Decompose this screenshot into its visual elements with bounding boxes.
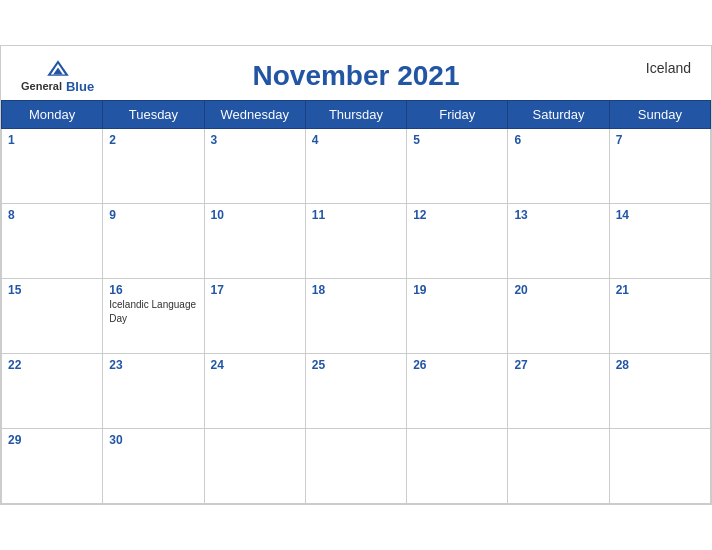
- day-number: 17: [211, 283, 299, 297]
- calendar-day-cell: [609, 429, 710, 504]
- calendar-day-cell: [305, 429, 406, 504]
- day-number: 29: [8, 433, 96, 447]
- day-number: 30: [109, 433, 197, 447]
- weekday-wednesday: Wednesday: [204, 101, 305, 129]
- day-number: 6: [514, 133, 602, 147]
- calendar-day-cell: 17: [204, 279, 305, 354]
- day-number: 8: [8, 208, 96, 222]
- calendar-day-cell: 3: [204, 129, 305, 204]
- day-number: 24: [211, 358, 299, 372]
- weekday-header-row: Monday Tuesday Wednesday Thursday Friday…: [2, 101, 711, 129]
- weekday-saturday: Saturday: [508, 101, 609, 129]
- weekday-thursday: Thursday: [305, 101, 406, 129]
- calendar-day-cell: 1: [2, 129, 103, 204]
- country-label: Iceland: [646, 60, 691, 76]
- day-number: 19: [413, 283, 501, 297]
- calendar-body: 12345678910111213141516Icelandic Languag…: [2, 129, 711, 504]
- calendar-day-cell: 10: [204, 204, 305, 279]
- day-number: 3: [211, 133, 299, 147]
- calendar-week-row: 891011121314: [2, 204, 711, 279]
- calendar-day-cell: 26: [407, 354, 508, 429]
- calendar-day-cell: 19: [407, 279, 508, 354]
- day-number: 16: [109, 283, 197, 297]
- day-number: 12: [413, 208, 501, 222]
- weekday-tuesday: Tuesday: [103, 101, 204, 129]
- day-number: 28: [616, 358, 704, 372]
- logo-blue-text: Blue: [66, 80, 94, 93]
- calendar-week-row: 1234567: [2, 129, 711, 204]
- calendar-grid: Monday Tuesday Wednesday Thursday Friday…: [1, 100, 711, 504]
- calendar-day-cell: 24: [204, 354, 305, 429]
- calendar-week-row: 22232425262728: [2, 354, 711, 429]
- day-number: 15: [8, 283, 96, 297]
- calendar-day-cell: 6: [508, 129, 609, 204]
- day-number: 21: [616, 283, 704, 297]
- calendar-day-cell: [204, 429, 305, 504]
- calendar-day-cell: 8: [2, 204, 103, 279]
- day-number: 14: [616, 208, 704, 222]
- calendar-day-cell: 29: [2, 429, 103, 504]
- calendar-day-cell: 20: [508, 279, 609, 354]
- day-number: 23: [109, 358, 197, 372]
- calendar-container: General Blue November 2021 Iceland Monda…: [0, 45, 712, 505]
- day-number: 22: [8, 358, 96, 372]
- day-number: 20: [514, 283, 602, 297]
- day-number: 26: [413, 358, 501, 372]
- calendar-day-cell: 7: [609, 129, 710, 204]
- calendar-day-cell: [407, 429, 508, 504]
- calendar-week-row: 2930: [2, 429, 711, 504]
- calendar-day-cell: 28: [609, 354, 710, 429]
- logo-general-text: General: [21, 81, 62, 92]
- day-number: 1: [8, 133, 96, 147]
- weekday-monday: Monday: [2, 101, 103, 129]
- calendar-day-cell: 13: [508, 204, 609, 279]
- day-number: 27: [514, 358, 602, 372]
- day-number: 18: [312, 283, 400, 297]
- calendar-day-cell: 4: [305, 129, 406, 204]
- calendar-day-cell: 27: [508, 354, 609, 429]
- day-number: 9: [109, 208, 197, 222]
- weekday-friday: Friday: [407, 101, 508, 129]
- calendar-day-cell: 25: [305, 354, 406, 429]
- event-text: Icelandic Language Day: [109, 299, 196, 324]
- calendar-day-cell: 2: [103, 129, 204, 204]
- day-number: 25: [312, 358, 400, 372]
- calendar-day-cell: 11: [305, 204, 406, 279]
- calendar-title: November 2021: [252, 60, 459, 92]
- day-number: 5: [413, 133, 501, 147]
- calendar-day-cell: 12: [407, 204, 508, 279]
- logo: General Blue: [21, 58, 94, 93]
- calendar-week-row: 1516Icelandic Language Day1718192021: [2, 279, 711, 354]
- day-number: 13: [514, 208, 602, 222]
- day-number: 11: [312, 208, 400, 222]
- calendar-day-cell: 21: [609, 279, 710, 354]
- logo-icon: [46, 58, 70, 78]
- day-number: 10: [211, 208, 299, 222]
- day-number: 7: [616, 133, 704, 147]
- day-number: 4: [312, 133, 400, 147]
- calendar-day-cell: 5: [407, 129, 508, 204]
- weekday-sunday: Sunday: [609, 101, 710, 129]
- calendar-day-cell: 9: [103, 204, 204, 279]
- calendar-day-cell: 30: [103, 429, 204, 504]
- calendar-day-cell: 22: [2, 354, 103, 429]
- calendar-day-cell: 16Icelandic Language Day: [103, 279, 204, 354]
- calendar-day-cell: 14: [609, 204, 710, 279]
- calendar-day-cell: [508, 429, 609, 504]
- calendar-day-cell: 23: [103, 354, 204, 429]
- calendar-header: General Blue November 2021 Iceland: [1, 46, 711, 100]
- calendar-day-cell: 15: [2, 279, 103, 354]
- calendar-day-cell: 18: [305, 279, 406, 354]
- day-number: 2: [109, 133, 197, 147]
